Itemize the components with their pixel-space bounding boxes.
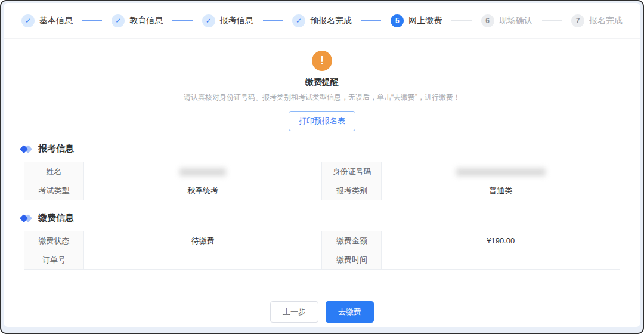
field-label: 缴费时间 bbox=[322, 250, 382, 270]
stepper-step-5[interactable]: 5网上缴费 bbox=[391, 14, 442, 27]
step-label: 教育信息 bbox=[129, 16, 163, 26]
redacted-value bbox=[456, 168, 546, 176]
field-value bbox=[83, 250, 322, 270]
diamond-icon bbox=[20, 214, 33, 222]
wizard-stepper: ✓基本信息✓教育信息✓报考信息✓预报名完成5网上缴费6现场确认7报名完成 bbox=[4, 3, 640, 39]
field-value: 普通类 bbox=[382, 181, 620, 200]
section-header: 缴费信息 bbox=[4, 212, 640, 224]
previous-step-button[interactable]: 上一步 bbox=[270, 301, 318, 323]
field-label: 考试类型 bbox=[24, 181, 84, 200]
payment-notice: ! 缴费提醒 请认真核对身份证号码、报考类别和考试类型信息，无误后，单击“去缴费… bbox=[4, 39, 640, 131]
step-number: 6 bbox=[481, 14, 494, 27]
step-label: 网上缴费 bbox=[408, 16, 442, 26]
check-icon: ✓ bbox=[292, 14, 305, 27]
stepper-step-3[interactable]: ✓报考信息 bbox=[202, 14, 253, 27]
check-icon: ✓ bbox=[202, 14, 215, 27]
notice-subtitle: 请认真核对身份证号码、报考类别和考试类型信息，无误后，单击“去缴费”，进行缴费！ bbox=[4, 92, 640, 103]
step-connector bbox=[263, 20, 283, 21]
section-title: 报考信息 bbox=[38, 143, 74, 154]
field-value bbox=[382, 250, 620, 270]
redacted-value bbox=[179, 168, 226, 176]
step-label: 预报名完成 bbox=[310, 16, 352, 26]
field-label: 订单号 bbox=[24, 250, 84, 270]
info-table: 姓名身份证号码考试类型秋季统考报考类别普通类 bbox=[24, 162, 620, 200]
step-connector bbox=[451, 20, 471, 21]
window-frame: ✓基本信息✓教育信息✓报考信息✓预报名完成5网上缴费6现场确认7报名完成 ! 缴… bbox=[0, 0, 644, 334]
stepper-step-1[interactable]: ✓基本信息 bbox=[21, 14, 73, 27]
info-table: 缴费状态待缴费缴费金额¥190.00订单号缴费时间 bbox=[24, 231, 620, 270]
step-connector bbox=[361, 20, 381, 21]
field-value bbox=[382, 162, 620, 181]
section-header: 报考信息 bbox=[4, 143, 640, 154]
field-label: 缴费状态 bbox=[24, 231, 84, 250]
warning-icon: ! bbox=[312, 51, 332, 71]
field-value: ¥190.00 bbox=[382, 231, 620, 250]
registration-page: ✓基本信息✓教育信息✓报考信息✓预报名完成5网上缴费6现场确认7报名完成 ! 缴… bbox=[4, 3, 640, 327]
table-row: 缴费状态待缴费缴费金额¥190.00 bbox=[24, 231, 620, 250]
field-label: 缴费金额 bbox=[322, 231, 382, 250]
step-label: 现场确认 bbox=[499, 16, 532, 26]
step-number: 7 bbox=[571, 14, 584, 27]
footer-bar: 上一步 去缴费 bbox=[4, 296, 640, 327]
field-label: 报考类别 bbox=[322, 181, 382, 200]
table-row: 姓名身份证号码 bbox=[24, 162, 620, 181]
field-value bbox=[83, 162, 322, 181]
check-icon: ✓ bbox=[21, 14, 35, 27]
field-label: 姓名 bbox=[24, 162, 84, 181]
section-title: 缴费信息 bbox=[38, 212, 74, 224]
main-content: ! 缴费提醒 请认真核对身份证号码、报考类别和考试类型信息，无误后，单击“去缴费… bbox=[4, 39, 640, 296]
step-connector bbox=[82, 20, 102, 21]
print-preregistration-button[interactable]: 打印预报名表 bbox=[289, 111, 355, 131]
step-connector bbox=[542, 20, 562, 21]
go-pay-button[interactable]: 去缴费 bbox=[326, 301, 374, 323]
step-number: 5 bbox=[391, 14, 404, 27]
stepper-step-4[interactable]: ✓预报名完成 bbox=[292, 14, 352, 27]
step-label: 报名完成 bbox=[589, 16, 623, 26]
field-value: 待缴费 bbox=[83, 231, 322, 250]
stepper-step-6: 6现场确认 bbox=[481, 14, 532, 27]
step-connector bbox=[172, 20, 192, 21]
step-label: 基本信息 bbox=[39, 16, 73, 26]
notice-title: 缴费提醒 bbox=[4, 77, 640, 88]
table-row: 订单号缴费时间 bbox=[24, 250, 620, 270]
table-row: 考试类型秋季统考报考类别普通类 bbox=[24, 181, 620, 200]
info-sections: 报考信息姓名身份证号码考试类型秋季统考报考类别普通类缴费信息缴费状态待缴费缴费金… bbox=[4, 143, 640, 270]
field-label: 身份证号码 bbox=[322, 162, 382, 181]
diamond-icon bbox=[20, 145, 33, 153]
step-label: 报考信息 bbox=[220, 16, 253, 26]
check-icon: ✓ bbox=[112, 14, 125, 27]
stepper-step-7: 7报名完成 bbox=[571, 14, 623, 27]
stepper-step-2[interactable]: ✓教育信息 bbox=[112, 14, 163, 27]
field-value: 秋季统考 bbox=[83, 181, 322, 200]
